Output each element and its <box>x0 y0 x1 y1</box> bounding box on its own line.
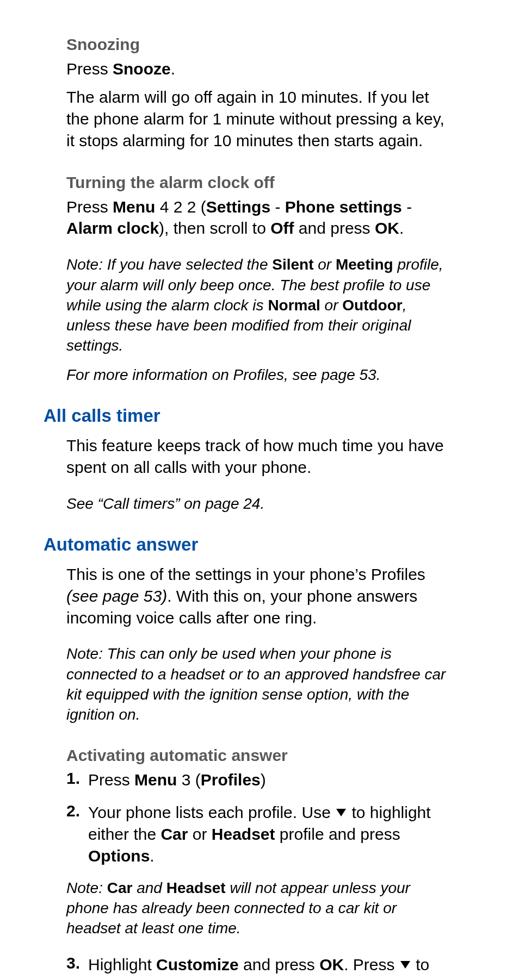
down-arrow-icon <box>400 961 410 969</box>
text: ) <box>261 771 266 789</box>
menu-profiles: Profiles <box>201 771 261 789</box>
text: and press <box>294 219 375 237</box>
step-body: Press Menu 3 (Profiles) <box>88 769 454 791</box>
all-calls-desc: This feature keeps track of how much tim… <box>66 435 454 478</box>
option-off: Off <box>270 219 294 237</box>
step-2-note: Note: Car and Headset will not appear un… <box>66 878 454 939</box>
text: Press <box>66 60 113 78</box>
text: or <box>188 825 211 843</box>
text: - <box>402 198 412 216</box>
menu-settings: Settings <box>206 198 270 216</box>
text: or <box>320 297 342 314</box>
step-body: Your phone lists each profile. Use to hi… <box>88 802 454 867</box>
profile-car: Car <box>160 825 188 843</box>
text: . <box>171 60 175 78</box>
text: and press <box>239 956 319 973</box>
text: Press <box>66 198 113 216</box>
step-number: 3. <box>66 954 88 980</box>
key-select: Select <box>319 977 367 980</box>
option-customize: Customize <box>156 956 239 973</box>
alarm-off-note-1: Note: If you have selected the Silent or… <box>66 254 454 355</box>
profile-outdoor: Outdoor <box>342 297 402 314</box>
text: , then press <box>228 977 318 980</box>
step-number: 1. <box>66 769 88 791</box>
manual-page: Snoozing Press Snooze. The alarm will go… <box>0 0 519 980</box>
section-alarm-off: Turning the alarm clock off Press Menu 4… <box>66 173 454 385</box>
text: and <box>132 879 166 896</box>
section-all-calls-timer: This feature keeps track of how much tim… <box>66 435 454 514</box>
down-arrow-icon <box>336 809 346 816</box>
text: . <box>399 219 404 237</box>
profile-car: Car <box>107 879 133 896</box>
snoozing-press-line: Press Snooze. <box>66 58 454 80</box>
heading-all-calls-timer: All calls timer <box>44 405 454 426</box>
text: Note: <box>66 879 107 896</box>
text: Note: If you have selected the <box>66 256 272 273</box>
heading-alarm-off: Turning the alarm clock off <box>66 173 454 192</box>
text: 3 ( <box>177 771 200 789</box>
alarm-off-note-2: For more information on Profiles, see pa… <box>66 365 454 385</box>
text: This is one of the settings in your phon… <box>66 565 425 583</box>
key-ok: OK <box>319 956 344 973</box>
section-automatic-answer: This is one of the settings in your phon… <box>66 564 454 725</box>
heading-activating: Activating automatic answer <box>66 746 454 765</box>
alarm-off-steps: Press Menu 4 2 2 (Settings - Phone setti… <box>66 196 454 240</box>
profile-silent: Silent <box>272 256 313 273</box>
profile-meeting: Meeting <box>336 256 393 273</box>
text: Your phone lists each profile. Use <box>88 803 335 821</box>
profile-headset: Headset <box>166 879 226 896</box>
heading-automatic-answer: Automatic answer <box>44 534 454 555</box>
key-ok: OK <box>375 219 399 237</box>
key-menu: Menu <box>113 198 155 216</box>
step-body: Highlight Customize and press OK. Press … <box>88 954 454 980</box>
menu-alarm-clock: Alarm clock <box>66 219 159 237</box>
text: 4 2 2 ( <box>155 198 206 216</box>
section-activating-auto-answer: Activating automatic answer 1. Press Men… <box>66 746 454 980</box>
step-3: 3. Highlight Customize and press OK. Pre… <box>66 954 454 980</box>
text: profile and press <box>275 825 400 843</box>
all-calls-note: See “Call timers” on page 24. <box>66 494 454 514</box>
text: to <box>411 956 429 973</box>
text: or <box>313 256 335 273</box>
key-menu: Menu <box>134 771 177 789</box>
profile-headset: Headset <box>212 825 275 843</box>
step-2: 2. Your phone lists each profile. Use to… <box>66 802 454 867</box>
text: . <box>150 847 154 865</box>
step-1: 1. Press Menu 3 (Profiles) <box>66 769 454 791</box>
key-options: Options <box>88 847 150 865</box>
text: Press <box>88 771 134 789</box>
step-number: 2. <box>66 802 88 867</box>
menu-phone-settings: Phone settings <box>285 198 402 216</box>
auto-answer-note: Note: This can only be used when your ph… <box>66 644 454 725</box>
profile-normal: Normal <box>268 297 320 314</box>
snoozing-description: The alarm will go off again in 10 minute… <box>66 86 454 152</box>
text: Highlight <box>88 956 156 973</box>
text: again. <box>367 977 416 980</box>
heading-snoozing: Snoozing <box>66 35 454 54</box>
section-snoozing: Snoozing Press Snooze. The alarm will go… <box>66 35 454 152</box>
key-snooze: Snooze <box>113 60 171 78</box>
text: . Press <box>344 956 399 973</box>
option-automatic-answer: Automatic answer <box>88 977 228 980</box>
text: ), then scroll to <box>159 219 270 237</box>
auto-answer-desc: This is one of the settings in your phon… <box>66 564 454 629</box>
text: - <box>270 198 285 216</box>
page-ref: (see page 53) <box>66 587 167 605</box>
